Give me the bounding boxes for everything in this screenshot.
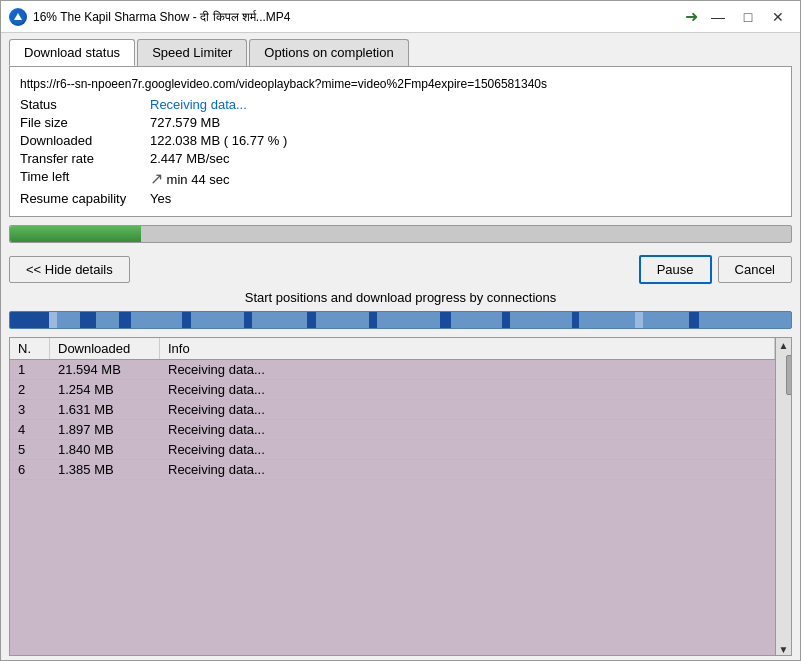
arrow-icon: ➜ — [685, 7, 698, 26]
cell-n: 5 — [10, 440, 50, 459]
table-row: 6 1.385 MB Receiving data... — [10, 460, 775, 480]
downloaded-value: 122.038 MB ( 16.77 % ) — [150, 133, 781, 148]
transfer-rate-value: 2.447 MB/sec — [150, 151, 781, 166]
cell-downloaded: 1.385 MB — [50, 460, 160, 479]
cell-info: Receiving data... — [160, 400, 775, 419]
header-n: N. — [10, 338, 50, 359]
status-value: Receiving data... — [150, 97, 781, 112]
tab-options-completion[interactable]: Options on completion — [249, 39, 408, 66]
header-info: Info — [160, 338, 775, 359]
status-label: Status — [20, 97, 150, 112]
header-downloaded: Downloaded — [50, 338, 160, 359]
table-row: 2 1.254 MB Receiving data... — [10, 380, 775, 400]
cancel-button[interactable]: Cancel — [718, 256, 792, 283]
downloaded-label: Downloaded — [20, 133, 150, 148]
cell-n: 3 — [10, 400, 50, 419]
tab-download-status[interactable]: Download status — [9, 39, 135, 66]
resume-value: Yes — [150, 191, 781, 206]
time-left-value: ↗ min 44 sec — [150, 169, 781, 188]
minimize-button[interactable]: — — [704, 6, 732, 28]
window-controls: — □ ✕ — [704, 6, 792, 28]
progress-section — [1, 217, 800, 251]
action-buttons: << Hide details Pause Cancel — [1, 251, 800, 288]
cell-downloaded: 1.631 MB — [50, 400, 160, 419]
cell-downloaded: 21.594 MB — [50, 360, 160, 379]
resume-label: Resume capability — [20, 191, 150, 206]
tab-speed-limiter[interactable]: Speed Limiter — [137, 39, 247, 66]
info-panel: https://r6--sn-npoeen7r.googlevideo.com/… — [9, 66, 792, 217]
cell-n: 4 — [10, 420, 50, 439]
transfer-rate-label: Transfer rate — [20, 151, 150, 166]
cell-n: 2 — [10, 380, 50, 399]
download-window: 16% The Kapil Sharma Show - दी किपल शर्म… — [0, 0, 801, 661]
close-button[interactable]: ✕ — [764, 6, 792, 28]
title-bar: 16% The Kapil Sharma Show - दी किपल शर्म… — [1, 1, 800, 33]
cell-info: Receiving data... — [160, 440, 775, 459]
table-row: 4 1.897 MB Receiving data... — [10, 420, 775, 440]
cell-downloaded: 1.254 MB — [50, 380, 160, 399]
tab-bar: Download status Speed Limiter Options on… — [1, 33, 800, 66]
cell-downloaded: 1.897 MB — [50, 420, 160, 439]
table-row: 5 1.840 MB Receiving data... — [10, 440, 775, 460]
table-row: 3 1.631 MB Receiving data... — [10, 400, 775, 420]
cell-n: 6 — [10, 460, 50, 479]
table-row: 1 21.594 MB Receiving data... — [10, 360, 775, 380]
file-size-value: 727.579 MB — [150, 115, 781, 130]
connections-table: N. Downloaded Info 1 21.594 MB Receiving… — [9, 337, 792, 656]
cell-n: 1 — [10, 360, 50, 379]
scroll-down-icon[interactable]: ▼ — [779, 644, 789, 655]
file-size-label: File size — [20, 115, 150, 130]
table-header: N. Downloaded Info — [10, 338, 775, 360]
pause-button[interactable]: Pause — [639, 255, 712, 284]
download-details: Status Receiving data... File size 727.5… — [20, 97, 781, 206]
download-url: https://r6--sn-npoeen7r.googlevideo.com/… — [20, 77, 781, 91]
cell-info: Receiving data... — [160, 420, 775, 439]
time-left-label: Time left — [20, 169, 150, 188]
cell-info: Receiving data... — [160, 460, 775, 479]
cell-info: Receiving data... — [160, 360, 775, 379]
progress-fill — [10, 226, 141, 242]
cell-downloaded: 1.840 MB — [50, 440, 160, 459]
maximize-button[interactable]: □ — [734, 6, 762, 28]
app-icon — [9, 8, 27, 26]
scroll-up-icon[interactable]: ▲ — [779, 340, 789, 351]
scroll-thumb[interactable] — [786, 355, 793, 395]
progress-bar — [9, 225, 792, 243]
scrollbar[interactable]: ▲ ▼ — [775, 338, 791, 655]
window-title: 16% The Kapil Sharma Show - दी किपल शर्म… — [33, 10, 679, 24]
cell-info: Receiving data... — [160, 380, 775, 399]
segments-bar — [9, 311, 792, 329]
connections-label: Start positions and download progress by… — [1, 288, 800, 307]
table-body: 1 21.594 MB Receiving data... 2 1.254 MB… — [10, 360, 775, 651]
hide-details-button[interactable]: << Hide details — [9, 256, 130, 283]
